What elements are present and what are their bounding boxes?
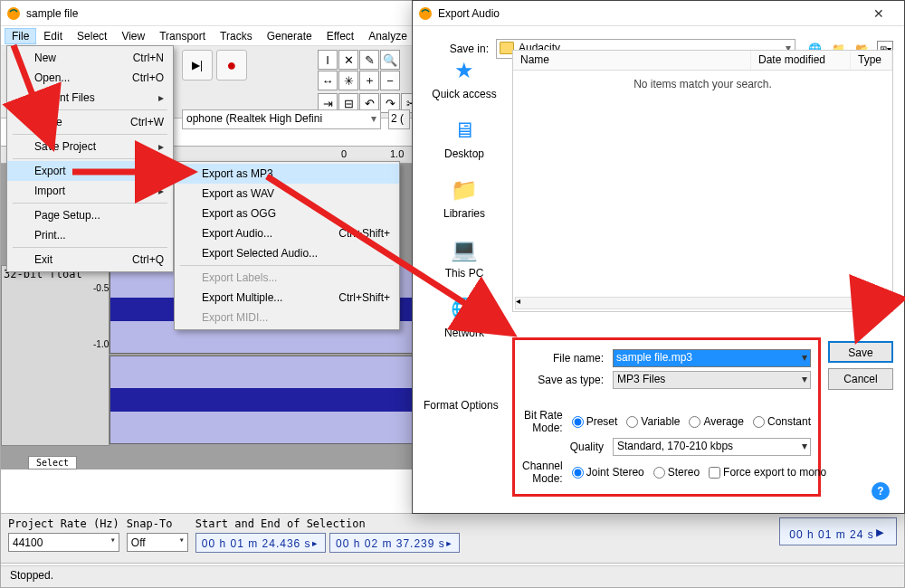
col-type[interactable]: Type — [851, 51, 892, 70]
places-bar: ★Quick access 🖥Desktop 📁Libraries 💻This … — [424, 50, 505, 332]
export-audio-dialog: Export Audio ✕ Save in: Audacity 🌐 📁 📂 ⊞… — [412, 0, 905, 514]
menu-transport[interactable]: Transport — [152, 28, 213, 44]
file-list[interactable]: Name Date modified Type No items match y… — [512, 50, 893, 312]
project-rate-label: Project Rate (Hz) — [8, 517, 119, 533]
menu-item-export-multiple[interactable]: Export Multiple...Ctrl+Shift+ — [176, 288, 397, 308]
audacity-logo-icon — [6, 6, 21, 21]
menu-item-close[interactable]: CloseCtrl+W — [9, 112, 171, 132]
menu-item-page-setup[interactable]: Page Setup... — [9, 205, 171, 225]
this-pc-icon: 💻 — [448, 236, 481, 263]
menu-select[interactable]: Select — [70, 28, 114, 44]
bitrate-constant-radio[interactable]: Constant — [753, 415, 811, 428]
menu-item-export-labels: Export Labels... — [176, 268, 397, 288]
bitrate-average-radio[interactable]: Average — [689, 415, 743, 428]
selection-start-time[interactable]: 00 h 01 m 24.436 s▸ — [195, 533, 326, 553]
timeshift-tool-icon[interactable]: ↔ — [318, 71, 338, 90]
selection-toolbar: Project Rate (Hz) 44100 Snap-To Off Star… — [1, 513, 904, 564]
menu-item-new[interactable]: NewCtrl+N — [9, 48, 171, 68]
col-name[interactable]: Name — [513, 51, 751, 70]
record-button[interactable]: ● — [216, 50, 247, 81]
place-quick-access[interactable]: ★Quick access — [424, 57, 505, 100]
help-button[interactable]: ? — [872, 482, 890, 500]
channel-stereo-radio[interactable]: Stereo — [653, 466, 700, 479]
dialog-close-button[interactable]: ✕ — [859, 1, 899, 26]
dialog-titlebar: Export Audio ✕ — [413, 1, 904, 26]
place-this-pc[interactable]: 💻This PC — [424, 236, 505, 280]
save-as-type-combo[interactable]: MP3 Files — [613, 371, 811, 389]
force-mono-checkbox[interactable]: Force export to mono — [709, 466, 826, 479]
audacity-logo-icon — [418, 6, 433, 21]
channel-joint-stereo-radio[interactable]: Joint Stereo — [572, 466, 644, 479]
menu-item-save-project[interactable]: Save Project▸ — [9, 137, 171, 156]
menu-item-exit[interactable]: ExitCtrl+Q — [9, 250, 171, 270]
snap-to-combo[interactable]: Off — [127, 533, 188, 552]
select-track-button[interactable]: Select — [28, 456, 77, 469]
envelope-tool-icon[interactable]: ✕ — [338, 50, 358, 70]
project-rate-spin[interactable]: 44100 — [8, 533, 119, 552]
menu-item-export-ogg[interactable]: Export as OGG — [176, 204, 397, 223]
format-options-box: File name: sample file.mp3 Save as type:… — [512, 337, 821, 497]
menu-item-export-audio[interactable]: Export Audio...Ctrl+Shift+ — [176, 223, 397, 243]
bit-rate-mode-radios: Preset Variable Average Constant — [572, 415, 811, 428]
zoom-out-icon[interactable]: − — [380, 71, 400, 90]
quality-label: Quality — [522, 441, 613, 453]
quick-access-icon: ★ — [448, 57, 481, 84]
quality-combo[interactable]: Standard, 170-210 kbps — [613, 438, 811, 456]
menu-item-export-selected[interactable]: Export Selected Audio... — [176, 243, 397, 263]
bit-rate-mode-label: Bit Rate Mode: — [522, 409, 572, 434]
window-title: sample file — [26, 7, 78, 20]
menu-item-export-wav[interactable]: Export as WAV — [176, 184, 397, 204]
save-as-type-label: Save as type: — [522, 374, 613, 386]
menu-item-print[interactable]: Print... — [9, 225, 171, 245]
channel-mode-radios: Joint Stereo Stereo Force export to mono — [572, 466, 826, 479]
menu-analyze[interactable]: Analyze — [361, 28, 414, 44]
menu-item-import[interactable]: Import▸ — [9, 181, 171, 201]
place-libraries[interactable]: 📁Libraries — [424, 176, 505, 220]
format-options-label: Format Options — [424, 399, 499, 412]
draw-tool-icon[interactable]: ✎ — [359, 50, 379, 70]
network-icon: 🌐 — [448, 296, 481, 323]
status-bar: Stopped. — [1, 565, 904, 587]
menu-item-export-midi: Export MIDI... — [176, 308, 397, 327]
filename-input[interactable]: sample file.mp3 — [613, 349, 811, 367]
skip-end-button[interactable]: ▶| — [182, 50, 213, 81]
dialog-title: Export Audio — [438, 7, 500, 20]
menu-item-export-mp3[interactable]: Export as MP3 — [175, 164, 399, 184]
place-desktop[interactable]: 🖥Desktop — [424, 117, 505, 160]
menu-view[interactable]: View — [114, 28, 152, 44]
menu-item-recent[interactable]: Recent Files▸ — [9, 88, 171, 108]
menu-edit[interactable]: Edit — [36, 28, 70, 44]
desktop-icon: 🖥 — [448, 117, 481, 144]
recording-channels-combo[interactable]: 2 ( — [388, 109, 410, 129]
zoom-in-icon[interactable]: ＋ — [359, 71, 379, 90]
selection-end-time[interactable]: 00 h 02 m 37.239 s▸ — [329, 533, 460, 553]
menu-tracks[interactable]: Tracks — [213, 28, 260, 44]
selection-tool-icon[interactable]: I — [318, 50, 338, 70]
col-date[interactable]: Date modified — [751, 51, 851, 70]
channel-mode-label: Channel Mode: — [522, 460, 572, 485]
horizontal-scrollbar[interactable] — [515, 297, 891, 309]
bitrate-variable-radio[interactable]: Variable — [626, 415, 680, 428]
export-submenu: Export as MP3 Export as WAV Export as OG… — [174, 161, 400, 330]
bitrate-preset-radio[interactable]: Preset — [572, 415, 618, 428]
recording-device-combo[interactable]: ophone (Realtek High Defini — [182, 109, 381, 129]
menu-generate[interactable]: Generate — [260, 28, 319, 44]
save-button[interactable]: Save — [828, 341, 893, 363]
file-list-header: Name Date modified Type — [513, 51, 892, 71]
place-network[interactable]: 🌐Network — [424, 296, 505, 339]
libraries-icon: 📁 — [448, 176, 481, 204]
menu-file[interactable]: File — [5, 28, 36, 44]
snap-to-label: Snap-To — [127, 517, 188, 533]
menu-effect[interactable]: Effect — [319, 28, 361, 44]
zoom-tool-icon[interactable]: 🔍 — [380, 50, 400, 70]
multi-tool-icon[interactable]: ✳ — [338, 71, 358, 90]
menu-item-open[interactable]: Open...Ctrl+O — [9, 68, 171, 88]
dialog-buttons: Save Cancel — [828, 341, 893, 395]
transport-toolbar: ▶| ● — [182, 50, 247, 81]
audio-position-time[interactable]: 00 h 01 m 24 s▸ — [779, 517, 897, 545]
cancel-button[interactable]: Cancel — [828, 368, 893, 390]
edit-tools: I ✕ ✎ 🔍 ↔ ✳ ＋ − — [318, 50, 400, 90]
file-menu-dropdown: NewCtrl+N Open...Ctrl+O Recent Files▸ Cl… — [6, 45, 174, 272]
selection-label: Start and End of Selection — [195, 517, 773, 533]
menu-item-export[interactable]: Export▸ — [7, 161, 173, 181]
